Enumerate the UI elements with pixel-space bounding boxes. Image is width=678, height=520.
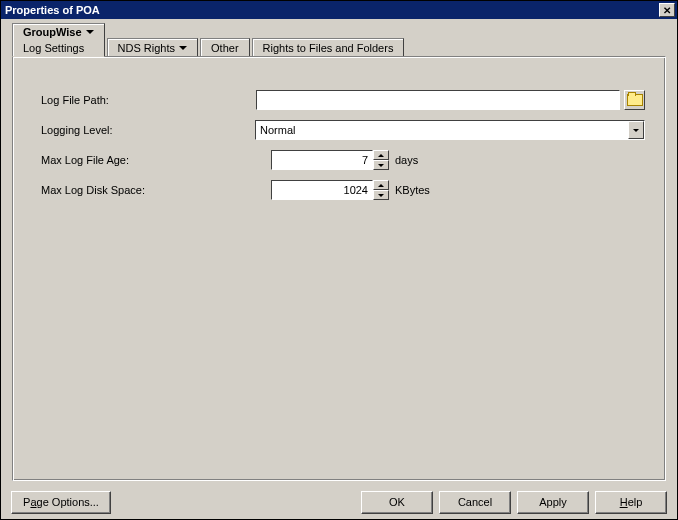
tab-groupwise-label: GroupWise	[23, 26, 82, 38]
row-logging-level: Logging Level: Normal	[41, 119, 645, 141]
spinner-up-button[interactable]	[373, 180, 389, 190]
window-title: Properties of POA	[5, 4, 100, 16]
max-log-disk-space-spinner	[373, 180, 389, 200]
titlebar: Properties of POA ✕	[1, 1, 677, 19]
max-log-disk-space-input[interactable]	[271, 180, 373, 200]
button-bar: Page Options... OK Cancel Apply Help	[1, 485, 677, 519]
tab-rights-files[interactable]: Rights to Files and Folders	[252, 38, 405, 57]
tab-groupwise[interactable]: GroupWise Log Settings	[12, 23, 105, 57]
folder-icon	[627, 94, 643, 106]
tab-nds-label: NDS Rights	[118, 42, 175, 54]
tab-rights-label: Rights to Files and Folders	[263, 42, 394, 54]
logging-level-select[interactable]: Normal	[255, 120, 645, 140]
chevron-down-icon	[179, 46, 187, 50]
properties-dialog: Properties of POA ✕ GroupWise Log Settin…	[0, 0, 678, 520]
logging-level-value: Normal	[256, 124, 628, 136]
unit-days: days	[395, 154, 418, 166]
arrow-down-icon	[378, 194, 384, 197]
row-max-log-file-age: Max Log File Age: days	[41, 149, 645, 171]
arrow-up-icon	[378, 154, 384, 157]
spinner-up-button[interactable]	[373, 150, 389, 160]
tab-strip: GroupWise Log Settings NDS Rights Other …	[12, 23, 674, 57]
browse-button[interactable]	[624, 90, 645, 110]
label-max-log-file-age: Max Log File Age:	[41, 154, 271, 166]
spinner-down-button[interactable]	[373, 160, 389, 170]
cancel-button[interactable]: Cancel	[439, 491, 511, 514]
arrow-up-icon	[378, 184, 384, 187]
tab-nds-rights[interactable]: NDS Rights	[107, 38, 198, 57]
label-logging-level: Logging Level:	[41, 124, 255, 136]
settings-panel: Log File Path: Logging Level: Normal	[12, 56, 666, 481]
close-icon: ✕	[663, 5, 671, 16]
max-log-file-age-spinner	[373, 150, 389, 170]
tab-other-label: Other	[211, 42, 239, 54]
select-dropdown-button[interactable]	[628, 121, 644, 139]
chevron-down-icon	[86, 30, 94, 34]
spinner-down-button[interactable]	[373, 190, 389, 200]
arrow-down-icon	[378, 164, 384, 167]
log-settings-form: Log File Path: Logging Level: Normal	[13, 57, 665, 201]
help-button[interactable]: Help	[595, 491, 667, 514]
max-log-file-age-input[interactable]	[271, 150, 373, 170]
label-max-log-disk-space: Max Log Disk Space:	[41, 184, 271, 196]
client-area: GroupWise Log Settings NDS Rights Other …	[4, 23, 674, 481]
log-file-path-input[interactable]	[256, 90, 620, 110]
close-button[interactable]: ✕	[659, 3, 675, 17]
row-max-log-disk-space: Max Log Disk Space: KBytes	[41, 179, 645, 201]
page-options-button[interactable]: Page Options...	[11, 491, 111, 514]
row-log-file-path: Log File Path:	[41, 89, 645, 111]
ok-button[interactable]: OK	[361, 491, 433, 514]
tab-other[interactable]: Other	[200, 38, 250, 57]
unit-kbytes: KBytes	[395, 184, 430, 196]
label-log-file-path: Log File Path:	[41, 94, 256, 106]
apply-button[interactable]: Apply	[517, 491, 589, 514]
tab-groupwise-sublabel: Log Settings	[23, 42, 84, 54]
chevron-down-icon	[633, 129, 639, 132]
